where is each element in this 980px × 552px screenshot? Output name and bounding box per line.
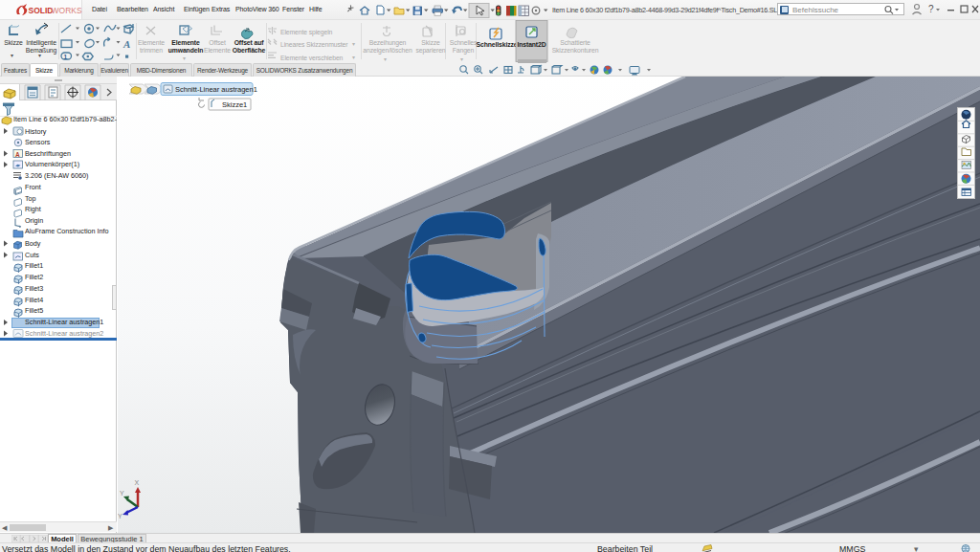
svg-text:Schnitt-Linear austragen1: Schnitt-Linear austragen1	[175, 85, 257, 94]
svg-text:A: A	[15, 151, 20, 158]
svg-text:Skizze1: Skizze1	[222, 100, 247, 109]
svg-text:Y: Y	[118, 513, 122, 519]
svg-text:WORKS: WORKS	[52, 6, 82, 15]
svg-text:1: 1	[64, 54, 68, 60]
svg-text:Y: Y	[120, 490, 124, 497]
svg-text:X: X	[135, 479, 140, 486]
svg-text:?: ?	[928, 4, 934, 14]
svg-text:SOLID: SOLID	[29, 6, 54, 15]
svg-text:A: A	[122, 38, 130, 50]
